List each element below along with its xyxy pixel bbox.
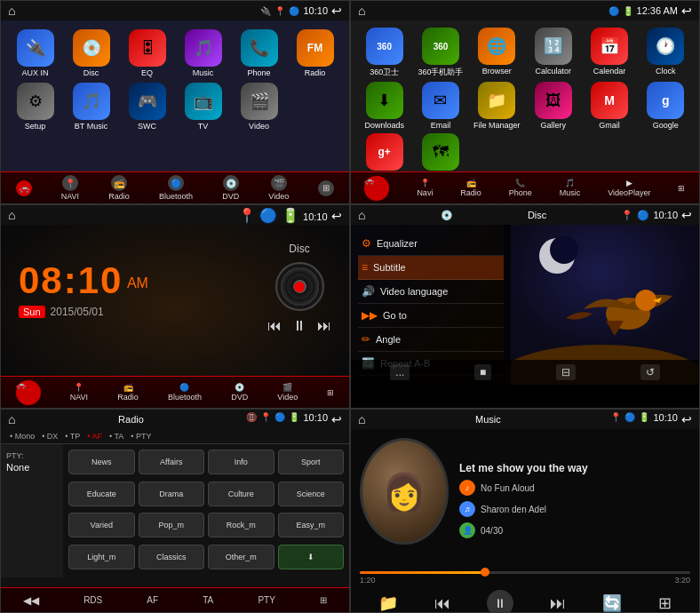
menu-angle[interactable]: ✏ Angle [358,328,504,352]
nav-bluetooth-p3[interactable]: 🔵 Bluetooth [168,383,202,402]
back-btn-p6[interactable]: ↩ [681,412,692,426]
pty-classics[interactable]: Classics [139,545,205,569]
app-setup[interactable]: ⚙ Setup [10,83,60,131]
app-icon-img: 🗺 [422,133,459,171]
nav-music-p2[interactable]: 🎵 Music [560,179,581,197]
home-icon-p2[interactable]: ⌂ [358,4,365,18]
pty-affairs[interactable]: Affairs [139,450,205,474]
settings-btn[interactable]: ⊞ [320,595,327,605]
app-file-manager[interactable]: 📁 File Manager [471,82,523,130]
menu-video-language[interactable]: 🔊 Video language [358,280,504,304]
af-btn[interactable]: AF [147,595,158,605]
eq-btn[interactable]: ⊞ [658,593,672,613]
more-btn[interactable]: ... [390,364,410,380]
status-bar-p4: ⌂ 💿 Disc 📍 🔵 10:10 ↩ [351,205,699,225]
app-phone[interactable]: 📞 Phone [234,29,284,77]
stop-btn[interactable]: ■ [474,364,491,380]
pty-culture[interactable]: Culture [208,482,274,506]
nav-navi-p2[interactable]: 📍 Navi [417,179,433,197]
nav-grid-p3[interactable]: ⊞ [327,388,334,397]
folder-btn[interactable]: 📁 [378,593,398,613]
nav-car[interactable]: 🚗 [16,180,32,196]
pty-rock[interactable]: Rock_m [208,513,274,537]
app-music[interactable]: 🎵 Music [178,29,228,77]
play-pause-btn[interactable]: ⏸ [487,590,513,613]
nav-radio-p3[interactable]: 📻 Radio [117,383,139,402]
app-video[interactable]: 🎬 Video [234,83,284,131]
nav-radio[interactable]: 📻 Radio [108,175,130,201]
app-360-helper[interactable]: 360 360手机助手 [414,28,466,78]
pty-varied[interactable]: Varied [68,513,135,537]
app-gmail[interactable]: M Gmail [583,82,635,130]
ta-btn[interactable]: TA [203,595,213,605]
pty-other[interactable]: Other_m [208,545,274,569]
menu-goto[interactable]: ▶▶ Go to [358,304,504,328]
nav-video[interactable]: 🎬 Video [268,175,289,201]
repeat-btn-music[interactable]: 🔄 [602,593,622,613]
home-icon-p5[interactable]: ⌂ [8,412,15,426]
back-btn-p1[interactable]: ↩ [331,4,342,18]
app-360-guard[interactable]: 360 360卫士 [358,28,410,78]
pty-news[interactable]: News [68,450,135,474]
app-icon-img: 🌐 [478,28,515,65]
location-icon: 📍 [274,6,285,16]
nav-car-p2[interactable]: 🚗 [364,176,389,201]
prev-btn[interactable]: ⏮ [267,318,282,334]
app-clock[interactable]: 🕐 Clock [640,28,692,78]
nav-video-p3[interactable]: 🎬 Video [277,383,298,402]
pty-drama[interactable]: Drama [139,482,205,506]
app-bt-music[interactable]: 🎵 BT Music [66,83,116,131]
app-browser[interactable]: 🌐 Browser [471,28,523,78]
pty-science[interactable]: Science [278,482,345,506]
app-eq[interactable]: 🎛 EQ [122,29,172,77]
menu-subtitle[interactable]: ≡ Subtitle [358,256,504,280]
app-aux-in[interactable]: 🔌 AUX IN [10,29,60,77]
home-icon-p6[interactable]: ⌂ [358,412,365,426]
app-tv[interactable]: 📺 TV [178,83,228,131]
nav-navi[interactable]: 📍 NAVI [61,175,79,201]
menu-equalizer[interactable]: ⚙ Equalizer [358,232,504,256]
pause-btn[interactable]: ⏸ [292,318,306,334]
app-gallery[interactable]: 🖼 Gallery [527,82,579,130]
pty-btn[interactable]: PTY [258,595,274,605]
home-icon-p1[interactable]: ⌂ [8,4,15,18]
pty-pop[interactable]: Pop_m [139,513,205,537]
repeat-btn[interactable]: ↺ [640,364,660,380]
prev-track-btn[interactable]: ⏮ [434,594,450,613]
app-swc[interactable]: 🎮 SWC [122,83,172,131]
pty-sport[interactable]: Sport [278,450,345,474]
app-radio[interactable]: FM Radio [290,29,340,77]
nav-grid-p2[interactable]: ⊞ [678,184,685,193]
app-calculator[interactable]: 🔢 Calculator [527,28,579,78]
nav-dvd-p3[interactable]: 💿 DVD [231,383,248,402]
nav-navi-p3[interactable]: 📍 NAVI [70,383,88,402]
nav-videoplayer-p2[interactable]: ▶ VideoPlayer [608,179,650,197]
back-btn-p4[interactable]: ↩ [681,208,692,222]
app-downloads[interactable]: ⬇ Downloads [358,82,410,130]
pty-info[interactable]: Info [208,450,274,474]
back-btn-p5[interactable]: ↩ [331,412,342,426]
back-btn-p3[interactable]: ↩ [331,209,342,223]
pty-easy[interactable]: Easy_m [278,513,345,537]
app-disc[interactable]: 💿 Disc [66,29,116,77]
nav-phone-p2[interactable]: 📞 Phone [509,179,532,197]
nav-grid[interactable]: ⊞ [318,180,334,196]
nav-car-p3[interactable]: 🚗 [16,380,41,405]
rds-btn[interactable]: RDS [84,595,102,605]
home-icon-p3[interactable]: ⌂ [8,208,15,222]
back-btn-p2[interactable]: ↩ [681,4,692,18]
app-calendar[interactable]: 📅 Calendar [583,28,635,78]
app-google[interactable]: g Google [640,82,692,130]
nav-dvd[interactable]: 💿 DVD [222,175,239,201]
progress-bar[interactable] [360,571,690,574]
nav-bluetooth[interactable]: 🔵 Bluetooth [159,175,193,201]
pty-educate[interactable]: Educate [68,482,135,506]
nav-radio-p2[interactable]: 📻 Radio [460,179,481,197]
app-email[interactable]: ✉ Email [414,82,466,130]
next-btn[interactable]: ⏭ [317,318,331,334]
next-track-btn[interactable]: ⏭ [550,594,566,613]
home-icon-p4[interactable]: ⌂ [358,208,365,222]
menu-btn[interactable]: ⊟ [556,364,576,380]
pty-light[interactable]: Light_m [68,545,135,569]
pty-down[interactable]: ⬇ [278,545,345,569]
